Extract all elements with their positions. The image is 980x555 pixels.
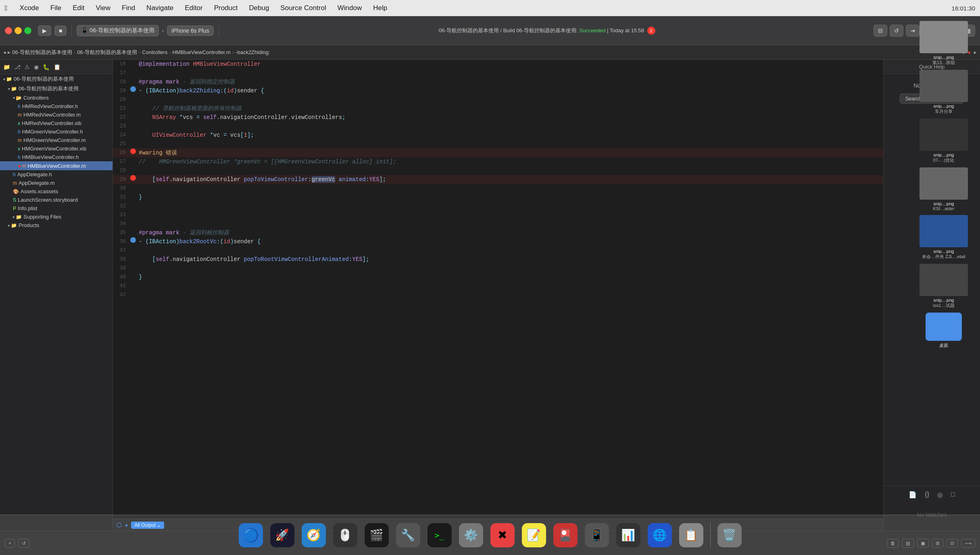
desktop-icon-label-3: snip....png [934,152,954,157]
menubar-right: 16:01:30 [952,5,975,12]
desktop-icon-2[interactable]: snip....png 车月分享 [909,68,978,116]
apple-menu[interactable]:  [5,4,8,13]
menu-navigate[interactable]: Navigate [144,3,176,13]
xib-file-icon: x [18,146,20,152]
breadcrumb-nav-back[interactable]: ◂ [3,49,6,55]
dock-notes[interactable]: 📝 [520,521,548,549]
sidebar-item-project[interactable]: ▾ 📁 06-导航控制器的基本使用 [0,84,113,94]
sidebar-item-launchscreen[interactable]: S LaunchScreen.storyboard [0,196,113,204]
sidebar-item-hmblue-m[interactable]: ● m HMBlueViewController.m [0,161,113,170]
sidebar-label-launchscreen: LaunchScreen.storyboard [18,197,78,203]
app4-icon: 📋 [684,528,698,542]
sidebar-icon-debug[interactable]: 🐛 [43,64,50,70]
sidebar-label-supporting: Supporting Files [23,214,61,220]
run-button[interactable]: ▶ [38,25,51,36]
breadcrumb-nav-fwd[interactable]: ▸ [8,49,10,55]
scheme-selector[interactable]: 📱 06-导航控制器的基本使用 [77,25,158,36]
sidebar-icon-report[interactable]: 📋 [54,64,60,70]
h-file-icon: h [18,129,21,135]
breadcrumb-item-5[interactable]: -back2Zhiding: [236,49,270,55]
breadcrumb-item-2[interactable]: 06-导航控制器的基本使用 [77,49,137,56]
sidebar-icon-folder[interactable]: 📁 [3,64,10,70]
sidebar-item-hmred-h[interactable]: h HMRedViewController.h [0,102,113,111]
sidebar-item-infoplist[interactable]: P Info.plist [0,204,113,213]
dock-mouse[interactable]: 🖱️ [331,521,359,549]
m-file-icon: m [18,138,22,143]
minimize-button[interactable] [15,27,22,34]
desktop-icon-6[interactable]: snip....png ios1…试题 [909,262,978,310]
device-selector[interactable]: iPhone 6s Plus [167,25,213,36]
chevron-right-icon: ▸ [8,223,10,227]
menu-debug[interactable]: Debug [246,3,271,13]
sidebar-item-hmgreen-m[interactable]: m HMGreenViewController.m [0,136,113,144]
sidebar-toolbar: 📁 ⎇ ⚠ ◉ 🐛 📋 [0,60,113,74]
sidebar-item-supporting[interactable]: ▸ 📁 Supporting Files [0,213,113,221]
menu-source-control[interactable]: Source Control [278,3,328,13]
dock-app3[interactable]: 🌐 [646,521,674,549]
desktop-icon-3[interactable]: snip....png 07-…(优化 [909,117,978,165]
menu-file[interactable]: File [48,3,64,13]
desktop-icon-label-1: snip....png [934,55,954,60]
sidebar-icon-git[interactable]: ⎇ [14,64,21,70]
code-line-25: 25 [113,140,883,148]
media-icon: 🎬 [369,528,384,542]
desktop-icon-5[interactable]: snip....png 未会…件夹 ZJL…etail [909,213,978,261]
dock-separator [710,523,711,547]
desktop-icon-4[interactable]: snip....png KSI…aster [909,166,978,213]
sidebar-item-root[interactable]: ▾ 📁 06-导航控制器的基本使用 [0,74,113,84]
sidebar-icon-test[interactable]: ◉ [34,64,39,70]
desktop-icon-folder[interactable]: 桌面 [909,311,978,350]
trash-icon: 🗑️ [722,528,736,542]
dock-trash[interactable]: 🗑️ [715,521,744,549]
sidebar-item-appdelegate-m[interactable]: m AppDelegate.m [0,179,113,187]
dock-mindmap[interactable]: ✖ [488,521,517,549]
sidebar-item-hmblue-h[interactable]: h HMBlueViewController.h [0,153,113,161]
menu-product[interactable]: Product [212,3,240,13]
stop-button[interactable]: ■ [54,25,67,36]
code-area[interactable]: 16 @implementation HMBlueViewController … [113,60,883,519]
breadcrumb-item-4[interactable]: HMBlueViewController.m [172,49,230,55]
menu-window[interactable]: Window [335,3,364,13]
dock-app2[interactable]: 📊 [614,521,642,549]
desktop-right: snip....png 第13…班组 snip....png 车月分享 snip… [907,16,980,515]
dock-tools[interactable]: 🔧 [394,521,422,549]
sidebar-item-assets[interactable]: 🎨 Assets.xcassets [0,187,113,196]
dock-launchpad[interactable]: 🚀 [268,521,296,549]
menu-editor[interactable]: Editor [182,3,205,13]
close-button[interactable] [5,27,12,34]
dock-finder[interactable]: 🔵 [237,521,265,549]
sidebar-item-products[interactable]: ▸ 📁 Products [0,221,113,230]
menu-xcode[interactable]: Xcode [17,3,42,13]
menu-find[interactable]: Find [119,3,138,13]
dock-app4[interactable]: 📋 [677,521,705,549]
sidebar-icon-warn[interactable]: ⚠ [25,64,30,70]
desktop-icon-label-5: snip....png [934,249,954,254]
sidebar-item-hmred-m[interactable]: m HMRedViewController.m [0,111,113,119]
sidebar-item-hmgreen-h[interactable]: h HMGreenViewController.h [0,127,113,136]
code-line-40: 40 } [113,273,883,282]
menu-view[interactable]: View [93,3,113,13]
breadcrumb-item-1[interactable]: 06-导航控制器的基本使用 [12,49,72,56]
dock-safari[interactable]: 🧭 [300,521,328,549]
code-line-26: 26 #waring 错误 [113,148,883,157]
dock-slides[interactable]: 🎴 [551,521,580,549]
safari-icon: 🧭 [307,528,321,542]
dock-settings[interactable]: ⚙️ [457,521,485,549]
desktop-icon-1[interactable]: snip....png 第13…班组 [909,19,978,67]
code-editor[interactable]: 16 @implementation HMBlueViewController … [113,60,883,531]
toolbar-icon-2[interactable]: ↺ [890,25,903,37]
toolbar-icon-1[interactable]: ⊟ [874,25,887,37]
breadcrumb-item-3[interactable]: Controllers [142,49,167,55]
sidebar-item-hmgreen-xib[interactable]: x HMGreenViewController.xib [0,144,113,153]
dock-app1[interactable]: 📱 [583,521,611,549]
sidebar-item-controllers[interactable]: ▾ 📂 Controllers [0,94,113,102]
menu-edit[interactable]: Edit [70,3,87,13]
sidebar-label-hmred-m: HMRedViewController.m [23,112,81,118]
dock-terminal[interactable]: >_ [425,521,454,549]
sidebar-item-appdelegate-h[interactable]: h AppDelegate.h [0,170,113,179]
maximize-button[interactable] [24,27,31,34]
sidebar-item-hmred-xib[interactable]: x HMRedViewController.xib [0,119,113,127]
mouse-icon: 🖱️ [338,528,352,542]
menu-help[interactable]: Help [371,3,390,13]
dock-media[interactable]: 🎬 [363,521,391,549]
